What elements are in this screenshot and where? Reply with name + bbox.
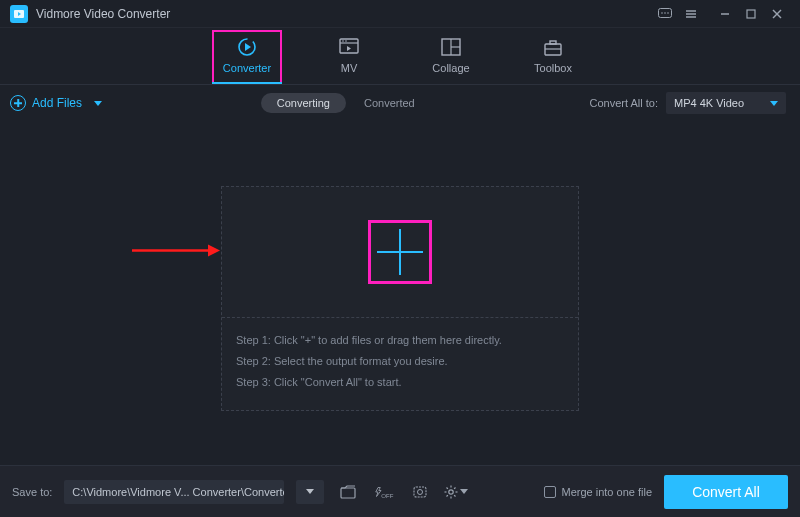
converter-icon (235, 36, 259, 58)
svg-point-31 (418, 489, 423, 494)
segment-converting[interactable]: Converting (261, 93, 346, 113)
hardware-accel-button[interactable]: OFF (372, 482, 396, 502)
step-text: Step 1: Click "+" to add files or drag t… (236, 330, 564, 351)
convert-all-to: Convert All to: MP4 4K Video (590, 92, 786, 114)
annotation-arrow-icon (130, 242, 220, 263)
drop-zone[interactable]: Step 1: Click "+" to add files or drag t… (221, 186, 579, 411)
drop-zone-steps: Step 1: Click "+" to add files or drag t… (222, 318, 578, 403)
title-bar: Vidmore Video Converter (0, 0, 800, 28)
svg-marker-14 (245, 43, 251, 51)
svg-line-40 (447, 495, 448, 496)
segment-converted[interactable]: Converted (348, 93, 431, 113)
tab-collage[interactable]: Collage (422, 36, 480, 78)
workspace: Step 1: Click "+" to add files or drag t… (0, 121, 800, 466)
svg-rect-10 (747, 10, 755, 18)
app-logo-icon (10, 5, 28, 23)
checkbox-box-icon (544, 486, 556, 498)
maximize-button[interactable] (738, 4, 764, 24)
main-tabs: Converter MV Collage Toolbox (0, 28, 800, 84)
tab-label: Toolbox (534, 62, 572, 74)
svg-point-18 (345, 40, 347, 42)
chevron-down-icon (460, 489, 468, 494)
tab-toolbox[interactable]: Toolbox (524, 36, 582, 78)
add-files-button[interactable]: Add Files (10, 95, 102, 111)
step-text: Step 3: Click "Convert All" to start. (236, 372, 564, 393)
merge-label: Merge into one file (562, 486, 653, 498)
toolbar: Add Files Converting Converted Convert A… (0, 85, 800, 121)
status-segment: Converting Converted (261, 93, 431, 113)
svg-rect-30 (414, 487, 426, 497)
drop-zone-top (222, 187, 578, 317)
output-format-select[interactable]: MP4 4K Video (666, 92, 786, 114)
task-schedule-button[interactable] (408, 482, 432, 502)
collage-icon (439, 36, 463, 58)
tab-mv[interactable]: MV (320, 36, 378, 78)
save-path-dropdown[interactable] (296, 480, 324, 504)
mv-icon (337, 36, 361, 58)
output-format-value: MP4 4K Video (674, 97, 744, 109)
minimize-button[interactable] (712, 4, 738, 24)
add-files-label: Add Files (32, 96, 82, 110)
convert-all-button[interactable]: Convert All (664, 475, 788, 509)
open-folder-button[interactable] (336, 482, 360, 502)
svg-point-4 (664, 12, 666, 14)
merge-checkbox[interactable]: Merge into one file (544, 486, 653, 498)
svg-point-17 (342, 40, 344, 42)
svg-marker-19 (347, 46, 351, 51)
settings-button[interactable] (444, 482, 468, 502)
toolbox-icon (541, 36, 565, 58)
svg-marker-27 (208, 245, 220, 257)
tab-label: MV (341, 62, 358, 74)
svg-point-32 (449, 489, 453, 493)
tab-converter[interactable]: Converter (218, 36, 276, 78)
svg-rect-24 (550, 41, 556, 44)
plus-circle-icon (10, 95, 26, 111)
app-title: Vidmore Video Converter (36, 7, 170, 21)
svg-point-5 (667, 12, 669, 14)
feedback-icon[interactable] (652, 4, 678, 24)
svg-line-37 (447, 487, 448, 488)
step-text: Step 2: Select the output format you des… (236, 351, 564, 372)
svg-line-39 (454, 487, 455, 488)
tab-label: Converter (223, 62, 271, 74)
chevron-down-icon (770, 101, 778, 106)
convert-all-to-label: Convert All to: (590, 97, 658, 109)
close-button[interactable] (764, 4, 790, 24)
tab-label: Collage (432, 62, 469, 74)
footer-bar: Save to: C:\Vidmore\Vidmore V... Convert… (0, 465, 800, 517)
chevron-down-icon (306, 489, 314, 494)
save-to-label: Save to: (12, 486, 52, 498)
svg-line-38 (454, 495, 455, 496)
save-path-field[interactable]: C:\Vidmore\Vidmore V... Converter\Conver… (64, 480, 284, 504)
menu-icon[interactable] (678, 4, 704, 24)
svg-point-3 (661, 12, 663, 14)
svg-rect-28 (341, 488, 355, 498)
add-files-plus-button[interactable] (371, 223, 429, 281)
chevron-down-icon (94, 101, 102, 106)
